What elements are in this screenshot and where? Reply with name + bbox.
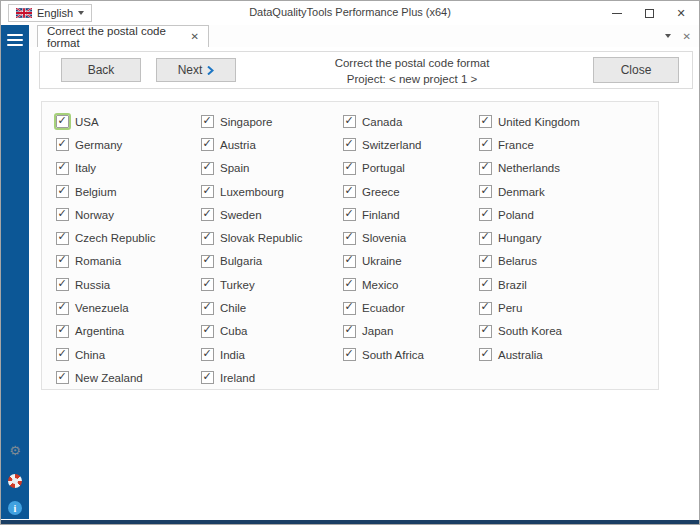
country-checkbox[interactable]: ✓	[343, 115, 356, 128]
country-checkbox-item[interactable]: ✓ Germany	[56, 133, 201, 156]
country-checkbox[interactable]: ✓	[201, 348, 214, 361]
country-checkbox-item[interactable]: ✓ New Zealand	[56, 366, 201, 389]
country-checkbox[interactable]: ✓	[56, 115, 69, 128]
country-checkbox-item[interactable]: ✓ Slovak Republic	[201, 226, 343, 249]
country-checkbox[interactable]: ✓	[479, 138, 492, 151]
tab-correct-postal-code[interactable]: Correct the postal code format ✕	[37, 25, 209, 47]
country-checkbox[interactable]: ✓	[479, 162, 492, 175]
country-checkbox-item[interactable]: ✓ Argentina	[56, 320, 201, 343]
country-checkbox[interactable]: ✓	[201, 325, 214, 338]
country-checkbox-item[interactable]: ✓ Denmark	[479, 180, 646, 203]
country-checkbox[interactable]: ✓	[479, 115, 492, 128]
country-checkbox-item[interactable]: ✓ Sweden	[201, 203, 343, 226]
country-checkbox-item[interactable]: ✓ Romania	[56, 250, 201, 273]
country-checkbox[interactable]: ✓	[201, 302, 214, 315]
close-button[interactable]: Close	[593, 57, 679, 83]
country-checkbox-item[interactable]: ✓ Brazil	[479, 273, 646, 296]
country-checkbox[interactable]: ✓	[479, 208, 492, 221]
country-checkbox-item[interactable]: ✓ Venezuela	[56, 296, 201, 319]
country-checkbox-item[interactable]: ✓ Singapore	[201, 110, 343, 133]
minimize-button[interactable]	[601, 1, 633, 25]
help-lifebuoy-icon[interactable]	[1, 474, 29, 488]
country-checkbox[interactable]: ✓	[201, 371, 214, 384]
country-checkbox[interactable]: ✓	[56, 138, 69, 151]
country-checkbox-item[interactable]: ✓ Austria	[201, 133, 343, 156]
country-checkbox-item[interactable]: ✓ Chile	[201, 296, 343, 319]
country-checkbox-item[interactable]: ✓ Czech Republic	[56, 226, 201, 249]
country-checkbox-item[interactable]: ✓ Greece	[343, 180, 479, 203]
close-all-tabs-icon[interactable]: ✕	[683, 31, 691, 42]
country-checkbox[interactable]: ✓	[343, 185, 356, 198]
country-checkbox-item[interactable]: ✓ South Korea	[479, 320, 646, 343]
country-checkbox-item[interactable]: ✓ Belgium	[56, 180, 201, 203]
country-checkbox-item[interactable]: ✓ Switzerland	[343, 133, 479, 156]
country-checkbox[interactable]: ✓	[343, 232, 356, 245]
country-checkbox[interactable]: ✓	[56, 348, 69, 361]
country-checkbox[interactable]: ✓	[479, 325, 492, 338]
country-checkbox[interactable]: ✓	[343, 348, 356, 361]
country-checkbox[interactable]: ✓	[56, 302, 69, 315]
country-checkbox[interactable]: ✓	[343, 138, 356, 151]
country-checkbox-item[interactable]: ✓ Netherlands	[479, 157, 646, 180]
country-checkbox-item[interactable]: ✓ USA	[56, 110, 201, 133]
country-checkbox[interactable]: ✓	[343, 302, 356, 315]
country-checkbox-item[interactable]: ✓ Belarus	[479, 250, 646, 273]
country-checkbox[interactable]: ✓	[479, 185, 492, 198]
country-checkbox[interactable]: ✓	[201, 185, 214, 198]
country-checkbox[interactable]: ✓	[56, 325, 69, 338]
country-checkbox-item[interactable]: ✓ Japan	[343, 320, 479, 343]
country-checkbox[interactable]: ✓	[201, 208, 214, 221]
country-checkbox[interactable]: ✓	[343, 255, 356, 268]
country-checkbox-item[interactable]: ✓ United Kingdom	[479, 110, 646, 133]
country-checkbox[interactable]: ✓	[56, 278, 69, 291]
country-checkbox-item[interactable]: ✓ Ukraine	[343, 250, 479, 273]
country-checkbox[interactable]: ✓	[479, 302, 492, 315]
country-checkbox-item[interactable]: ✓ Slovenia	[343, 226, 479, 249]
country-checkbox[interactable]: ✓	[56, 162, 69, 175]
country-checkbox-item[interactable]: ✓ France	[479, 133, 646, 156]
country-checkbox[interactable]: ✓	[479, 232, 492, 245]
tab-list-chevron-icon[interactable]	[665, 34, 671, 38]
country-checkbox-item[interactable]: ✓ Ecuador	[343, 296, 479, 319]
next-button[interactable]: Next	[156, 58, 236, 82]
settings-gear-icon[interactable]: ⚙	[1, 444, 29, 457]
country-checkbox-item[interactable]: ✓ Mexico	[343, 273, 479, 296]
country-checkbox[interactable]: ✓	[479, 348, 492, 361]
country-checkbox-item[interactable]: ✓ Bulgaria	[201, 250, 343, 273]
country-checkbox[interactable]: ✓	[56, 185, 69, 198]
back-button[interactable]: Back	[61, 58, 141, 82]
country-checkbox-item[interactable]: ✓ Finland	[343, 203, 479, 226]
country-checkbox[interactable]: ✓	[201, 162, 214, 175]
country-checkbox-item[interactable]: ✓ Norway	[56, 203, 201, 226]
menu-icon[interactable]	[7, 34, 23, 49]
country-checkbox-item[interactable]: ✓ Luxembourg	[201, 180, 343, 203]
info-icon[interactable]: i	[1, 501, 29, 515]
country-checkbox-item[interactable]: ✓ Australia	[479, 343, 646, 366]
country-checkbox-item[interactable]: ✓ Ireland	[201, 366, 343, 389]
country-checkbox[interactable]: ✓	[56, 208, 69, 221]
country-checkbox[interactable]: ✓	[56, 232, 69, 245]
country-checkbox[interactable]: ✓	[201, 138, 214, 151]
country-checkbox-item[interactable]: ✓ China	[56, 343, 201, 366]
country-checkbox[interactable]: ✓	[56, 371, 69, 384]
tab-close-icon[interactable]: ✕	[191, 31, 199, 42]
country-checkbox[interactable]: ✓	[343, 162, 356, 175]
country-checkbox[interactable]: ✓	[56, 255, 69, 268]
country-checkbox[interactable]: ✓	[343, 208, 356, 221]
country-checkbox[interactable]: ✓	[201, 255, 214, 268]
country-checkbox-item[interactable]: ✓ Hungary	[479, 226, 646, 249]
country-checkbox-item[interactable]: ✓ Italy	[56, 157, 201, 180]
country-checkbox-item[interactable]: ✓ South Africa	[343, 343, 479, 366]
country-checkbox[interactable]: ✓	[479, 255, 492, 268]
country-checkbox-item[interactable]: ✓ Canada	[343, 110, 479, 133]
country-checkbox[interactable]: ✓	[343, 278, 356, 291]
country-checkbox-item[interactable]: ✓ Russia	[56, 273, 201, 296]
country-checkbox-item[interactable]: ✓ Turkey	[201, 273, 343, 296]
country-checkbox[interactable]: ✓	[343, 325, 356, 338]
country-checkbox-item[interactable]: ✓ Portugal	[343, 157, 479, 180]
country-checkbox[interactable]: ✓	[201, 115, 214, 128]
maximize-button[interactable]	[633, 1, 665, 25]
country-checkbox[interactable]: ✓	[201, 232, 214, 245]
country-checkbox[interactable]: ✓	[479, 278, 492, 291]
country-checkbox-item[interactable]: ✓ Spain	[201, 157, 343, 180]
